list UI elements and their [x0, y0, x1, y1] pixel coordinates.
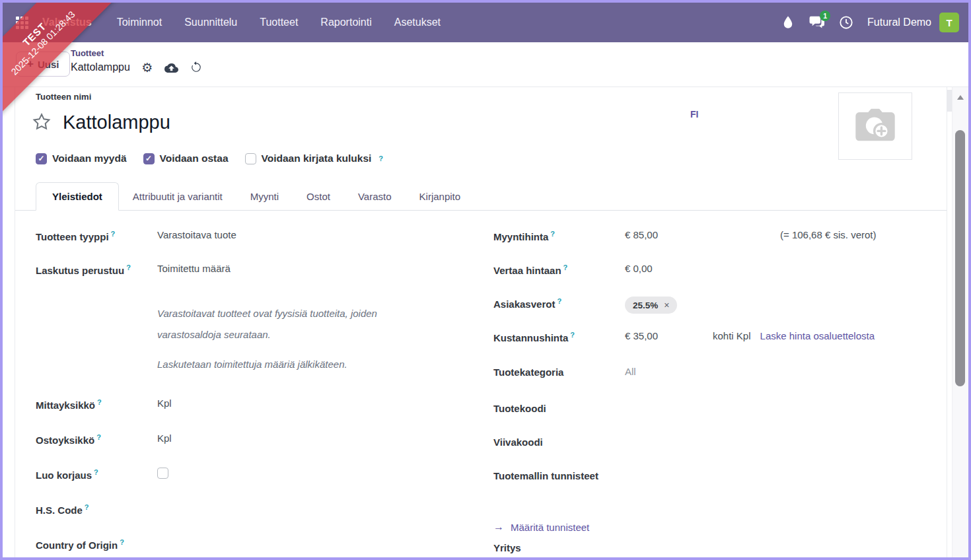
- breadcrumb-parent[interactable]: Tuotteet: [71, 48, 203, 58]
- field-label: Tuotekoodi: [493, 402, 625, 414]
- help-marker: ?: [120, 538, 124, 546]
- tag-remove-icon[interactable]: ×: [664, 300, 669, 310]
- tab-ostot[interactable]: Ostot: [293, 183, 344, 210]
- field-uom: Mittayksikkö? Kpl: [36, 398, 493, 433]
- general-info-form: Tuotteen tyyppi? Varastoitava tuote Lask…: [15, 211, 947, 560]
- top-navbar: Valmistus Toiminnot Suunnittelu Tuotteet…: [3, 3, 968, 42]
- field-label: Ostoyksikkö: [36, 435, 94, 446]
- field-invoicing-policy: Laskutus perustuu? Toimitettu määrä: [36, 263, 493, 297]
- checkbox-can-be-expensed[interactable]: Voidaan kirjata kuluksi ?: [245, 153, 384, 164]
- product-flags: ✓ Voidaan myydä ✓ Voidaan ostaa Voidaan …: [36, 153, 947, 164]
- field-create-repair: Luo korjaus?: [36, 468, 493, 503]
- droplet-icon-button[interactable]: [780, 15, 796, 30]
- nav-item-asetukset[interactable]: Asetukset: [394, 17, 441, 28]
- new-button-label: Uusi: [38, 59, 59, 70]
- define-tags-label: Määritä tunnisteet: [511, 522, 589, 533]
- field-label: Country of Origin: [36, 540, 118, 551]
- checkbox[interactable]: [245, 153, 256, 164]
- avatar: T: [939, 13, 959, 32]
- user-name: Futural Demo: [867, 17, 931, 28]
- notebook-tabs: Yleistiedot Attribuutit ja variantit Myy…: [15, 180, 947, 211]
- checkbox-can-be-purchased[interactable]: ✓ Voidaan ostaa: [143, 153, 229, 164]
- help-marker: ?: [85, 503, 89, 511]
- tab-kirjanpito[interactable]: Kirjanpito: [406, 183, 475, 210]
- field-value[interactable]: Kpl: [157, 433, 172, 444]
- cloud-upload-icon: [164, 62, 178, 73]
- checkbox-can-be-sold[interactable]: ✓ Voidaan myydä: [36, 153, 127, 164]
- field-sales-price: Myyntihinta? € 85,00 (= 106,68 € sis. ve…: [493, 229, 927, 263]
- breadcrumb-current: Kattolamppu: [71, 61, 130, 73]
- field-label: Luo korjaus: [36, 470, 92, 481]
- user-menu[interactable]: Futural Demo T: [867, 13, 959, 32]
- breadcrumb: Tuotteet Kattolamppu ⚙: [71, 48, 203, 75]
- tab-varasto[interactable]: Varasto: [344, 183, 406, 210]
- field-label: Mittayksikkö: [36, 400, 95, 411]
- tab-yleistiedot[interactable]: Yleistiedot: [36, 182, 119, 211]
- discard-undo-button[interactable]: [189, 60, 203, 75]
- field-country-of-origin: Country of Origin?: [36, 538, 493, 560]
- field-value[interactable]: € 35,00: [625, 330, 711, 341]
- favorite-star-icon[interactable]: [31, 112, 52, 133]
- help-note: Laskutetaan toimitettuja määriä jälkikät…: [157, 354, 429, 375]
- check-icon: ✓: [145, 155, 152, 162]
- field-label: H.S. Code: [36, 505, 83, 516]
- settings-gear-button[interactable]: ⚙: [140, 60, 155, 75]
- camera-plus-icon: [853, 107, 898, 145]
- product-image-placeholder[interactable]: [838, 92, 912, 160]
- field-value[interactable]: € 0,00: [625, 263, 653, 274]
- checkbox-label: Voidaan myydä: [52, 153, 127, 164]
- field-label: Asiakasverot: [493, 298, 555, 310]
- compute-price-from-bom-link[interactable]: Laske hinta osaluettelosta: [760, 330, 875, 341]
- navbar-right: 1 Futural Demo T: [780, 13, 968, 32]
- help-note: Varastoitavat tuotteet ovat fyysisiä tuo…: [157, 303, 429, 345]
- tab-myynti[interactable]: Myynti: [236, 183, 293, 210]
- save-cloud-button[interactable]: [164, 60, 179, 75]
- field-value[interactable]: € 85,00: [625, 229, 711, 240]
- help-marker: ?: [97, 398, 102, 406]
- messages-button[interactable]: 1: [809, 15, 825, 30]
- field-product-category: Tuotekategoria All: [493, 366, 927, 402]
- field-label: Laskutus perustuu: [36, 265, 124, 276]
- field-value[interactable]: Toimitettu määrä: [157, 263, 231, 274]
- nav-item-suunnittelu[interactable]: Suunnittelu: [184, 17, 237, 28]
- field-value[interactable]: All: [625, 366, 636, 377]
- product-name-heading[interactable]: Kattolamppu: [63, 112, 170, 133]
- form-right-column: Myyntihinta? € 85,00 (= 106,68 € sis. ve…: [493, 229, 927, 560]
- field-label: Vertaa hintaan: [493, 265, 561, 276]
- apps-grid-icon: [16, 17, 28, 29]
- apps-menu-button[interactable]: [12, 13, 32, 32]
- define-tags-link[interactable]: → Määritä tunnisteet: [493, 521, 589, 533]
- create-repair-checkbox[interactable]: [157, 468, 168, 479]
- help-marker: ?: [563, 263, 568, 271]
- tax-tag-value: 25.5%: [633, 300, 658, 310]
- scroll-up-button[interactable]: [957, 95, 964, 100]
- scrollbar-track[interactable]: [952, 87, 968, 557]
- checkbox[interactable]: ✓: [143, 153, 155, 164]
- arrow-right-icon: →: [493, 521, 504, 533]
- nav-item-tuotteet[interactable]: Tuotteet: [260, 17, 298, 28]
- help-marker: ?: [570, 331, 575, 339]
- field-purchase-uom: Ostoyksikkö? Kpl: [36, 433, 493, 468]
- control-panel: + Uusi Tuotteet Kattolamppu ⚙ Lisähinnat: [3, 42, 968, 87]
- field-value[interactable]: Varastoitava tuote: [157, 229, 236, 240]
- new-record-button[interactable]: + Uusi: [16, 52, 70, 77]
- scrollbar-thumb[interactable]: [955, 130, 965, 386]
- activities-button[interactable]: [838, 15, 854, 30]
- nav-item-toiminnot[interactable]: Toiminnot: [117, 17, 162, 28]
- field-product-code: Tuotekoodi: [493, 402, 927, 436]
- field-cost-price: Kustannushinta? € 35,00 kohti Kpl Laske …: [493, 330, 927, 366]
- app-name[interactable]: Valmistus: [42, 17, 92, 28]
- field-company: Yritys: [493, 542, 927, 560]
- field-value[interactable]: Kpl: [157, 398, 172, 409]
- checkbox[interactable]: ✓: [36, 153, 47, 164]
- cost-unit-label: kohti Kpl: [713, 330, 751, 341]
- nav-item-raportointi[interactable]: Raportointi: [320, 17, 371, 28]
- checkbox-label: Voidaan ostaa: [160, 153, 229, 164]
- tab-attribuutit-ja-variantit[interactable]: Attribuutit ja variantit: [119, 183, 236, 210]
- language-badge[interactable]: FI: [690, 109, 698, 120]
- help-marker: ?: [550, 230, 555, 238]
- tax-included-note: (= 106,68 € sis. verot): [780, 229, 877, 240]
- field-customer-taxes: Asiakasverot? 25.5% ×: [493, 297, 927, 330]
- tax-tag[interactable]: 25.5% ×: [625, 297, 677, 314]
- gear-icon: ⚙: [141, 61, 153, 74]
